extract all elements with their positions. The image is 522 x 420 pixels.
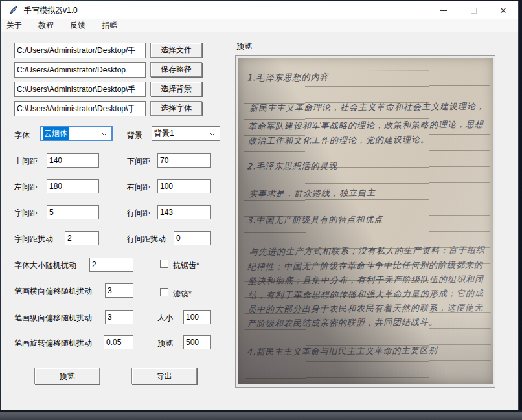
menu-item-tutorial[interactable]: 教程: [38, 19, 61, 33]
file-path-input[interactable]: [14, 43, 146, 58]
preview-frame: 1.毛泽东思想的内容 新民主主义革命理论，社会主义革命和社会主义建设理论， 革命…: [235, 55, 495, 388]
line-jitter-label: 行间距扰动: [127, 234, 166, 245]
maximize-button[interactable]: [459, 1, 488, 19]
char-spacing-label: 字间距: [14, 208, 38, 219]
char-spacing-input[interactable]: [47, 205, 99, 219]
stroke-v-jitter-label: 笔画纵向偏移随机扰动: [14, 313, 92, 324]
screen: 手写模拟器v1.0 ✕ 关于 教程 反馈 捐赠 选择文件 保存路径 选择背景 选…: [0, 0, 522, 420]
line-jitter-input[interactable]: [174, 231, 211, 245]
save-path-button[interactable]: 保存路径: [150, 62, 202, 77]
filter-label: 滤镜*: [173, 289, 192, 300]
preview-panel-label: 预览: [236, 41, 252, 52]
line-spacing-label: 行间距: [127, 208, 150, 219]
background-select-value: 背景1: [154, 128, 174, 139]
font-size-jitter-input[interactable]: [89, 258, 133, 272]
right-margin-input[interactable]: [157, 179, 211, 193]
antialias-label: 抗锯齿*: [173, 260, 199, 271]
bottom-margin-input[interactable]: [157, 153, 211, 168]
antialias-checkbox[interactable]: [160, 260, 168, 268]
font-select-value: 云烟体: [43, 127, 69, 140]
chevron-down-icon: [209, 132, 216, 136]
menu-item-about[interactable]: 关于: [6, 19, 29, 33]
menu-bar: 关于 教程 反馈 捐赠: [1, 19, 518, 32]
menu-item-donate[interactable]: 捐赠: [102, 19, 124, 33]
line-spacing-input[interactable]: [157, 205, 211, 219]
minimize-button[interactable]: [429, 1, 459, 19]
font-size-jitter-label: 字体大小随机扰动: [14, 260, 76, 271]
font-path-input[interactable]: [14, 101, 146, 116]
window-controls: ✕: [429, 1, 518, 19]
left-margin-label: 左间距: [14, 182, 38, 193]
maximize-icon: [471, 8, 477, 14]
stroke-rot-jitter-label: 笔画旋转偏移随机扰动: [14, 338, 92, 349]
background-select-label: 背景: [127, 130, 142, 141]
preview-size-label: 预览: [157, 338, 173, 349]
stroke-rot-jitter-input[interactable]: [104, 335, 133, 349]
photo-vignette: [238, 58, 493, 384]
close-button[interactable]: ✕: [488, 1, 518, 19]
stroke-h-jitter-input[interactable]: [105, 283, 133, 298]
char-jitter-label: 字间距扰动: [14, 234, 53, 245]
stroke-v-jitter-input[interactable]: [105, 310, 133, 324]
preview-image: 1.毛泽东思想的内容 新民主主义革命理论，社会主义革命和社会主义建设理论， 革命…: [238, 58, 493, 384]
desktop-edge: [0, 410, 522, 420]
choose-background-button[interactable]: 选择背景: [150, 82, 202, 96]
font-select[interactable]: 云烟体: [40, 126, 113, 141]
save-path-input[interactable]: [14, 62, 146, 78]
app-window: 手写模拟器v1.0 ✕ 关于 教程 反馈 捐赠 选择文件 保存路径 选择背景 选…: [1, 1, 518, 410]
top-margin-label: 上间距: [14, 156, 38, 167]
filter-checkbox[interactable]: [160, 288, 168, 296]
background-path-input[interactable]: [14, 82, 146, 97]
size-input[interactable]: [183, 310, 211, 324]
export-button[interactable]: 导出: [131, 368, 197, 384]
preview-button[interactable]: 预览: [34, 368, 100, 384]
preview-size-input[interactable]: [183, 335, 211, 349]
size-label: 大小: [157, 313, 173, 324]
menu-item-feedback[interactable]: 反馈: [70, 19, 93, 33]
left-margin-input[interactable]: [47, 179, 99, 193]
char-jitter-input[interactable]: [65, 231, 99, 245]
bottom-margin-label: 下间距: [127, 156, 150, 167]
font-select-label: 字体: [14, 130, 30, 141]
stroke-h-jitter-label: 笔画横向偏移随机扰动: [14, 286, 92, 297]
background-select[interactable]: 背景1: [152, 126, 220, 141]
window-title: 手写模拟器v1.0: [24, 5, 78, 16]
feather-app-icon: [8, 5, 19, 16]
title-bar: 手写模拟器v1.0 ✕: [1, 1, 518, 19]
right-margin-label: 右间距: [127, 182, 150, 193]
top-margin-input[interactable]: [47, 153, 99, 168]
chevron-down-icon: [101, 132, 108, 136]
close-icon: ✕: [500, 6, 507, 15]
choose-file-button[interactable]: 选择文件: [150, 43, 202, 58]
choose-font-button[interactable]: 选择字体: [150, 101, 202, 116]
minimize-icon: [440, 10, 447, 11]
